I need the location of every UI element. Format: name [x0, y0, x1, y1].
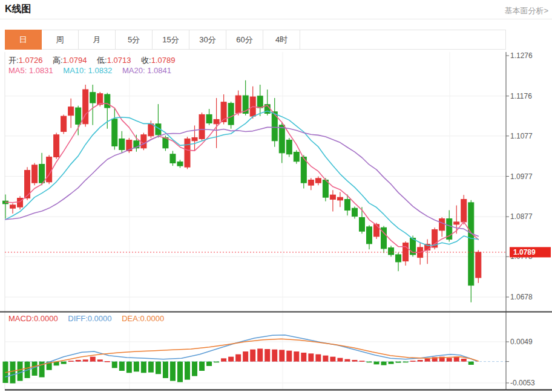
candle [257, 85, 263, 116]
macd-bar [221, 358, 226, 361]
candle [185, 137, 190, 169]
candle [418, 243, 423, 265]
macd-bar [352, 360, 357, 362]
macd-bar [323, 356, 328, 362]
candle [476, 250, 481, 283]
ma20-label: MA20: [122, 66, 145, 75]
macd-bar [315, 354, 321, 362]
low-value: 1.0713 [107, 56, 131, 65]
low-label: 低: [97, 56, 107, 65]
macd-bar [119, 362, 125, 371]
candle [119, 131, 125, 153]
candle [199, 113, 205, 141]
macd-bar [389, 362, 394, 364]
macd-legend: MACD:0.0000 DIFF:0.0000 DEA:0.0000 [8, 314, 172, 323]
candle [468, 200, 474, 302]
candle [90, 85, 96, 125]
candle [10, 203, 16, 214]
candle [359, 207, 364, 234]
y-axis-label: 1.1077 [510, 132, 533, 140]
y-axis-label: 1.0877 [510, 212, 533, 221]
candle [272, 98, 277, 147]
macd-bar [308, 353, 314, 361]
macd-bar [264, 349, 270, 362]
macd-bar [396, 362, 401, 363]
current-price-tag: 1.0789 [510, 247, 551, 257]
macd-bar [272, 350, 277, 362]
candle [454, 206, 459, 234]
y-axis-label: 0.0049 [510, 338, 533, 346]
diff-line [5, 335, 477, 377]
candle [389, 246, 394, 256]
macd-bar [126, 362, 132, 373]
macd-bar [177, 362, 183, 382]
candle [170, 151, 176, 166]
current-price-value: 1.0789 [513, 248, 536, 256]
y-axis: 1.12761.11761.10771.09771.08771.07781.06… [506, 51, 535, 390]
candle [330, 190, 335, 211]
ma10-label: MA10: [63, 66, 86, 75]
candle [3, 195, 8, 219]
macd-bar [425, 359, 430, 362]
macd-bar [337, 358, 343, 362]
macd-bar [367, 362, 372, 363]
candle [112, 108, 117, 149]
candle [294, 150, 299, 164]
macd-bar [294, 351, 299, 362]
macd-bar [330, 357, 335, 362]
macd-bar [447, 358, 452, 362]
diff-value: 0.0000 [88, 314, 112, 323]
macd-bar [374, 362, 380, 365]
macd-bar [134, 362, 139, 372]
candle [286, 138, 292, 157]
macd-bar [228, 357, 234, 362]
macd-bar [192, 362, 197, 376]
macd-bar [279, 350, 284, 361]
candle [250, 87, 255, 119]
macd-bar [199, 362, 205, 371]
y-axis-label: 1.1176 [510, 92, 532, 100]
candle [83, 85, 88, 126]
macd-bar [90, 357, 96, 362]
y-axis-label: 1.1276 [510, 51, 533, 60]
macd-bar [206, 362, 212, 366]
candle [367, 225, 372, 249]
macd-bar [418, 360, 423, 362]
dea-label: DEA: [122, 314, 140, 323]
macd-bar [148, 362, 154, 373]
ma5-value: 1.0831 [29, 66, 53, 75]
macd-bar [170, 362, 176, 381]
macd-bar [410, 361, 416, 362]
macd-label: MACD: [8, 314, 34, 323]
macd-bar [359, 361, 364, 362]
candle [396, 253, 401, 272]
macd-bar [257, 348, 263, 361]
macd-bar [381, 362, 387, 365]
macd-bar [141, 362, 146, 373]
candle [192, 125, 197, 151]
candle [156, 104, 161, 137]
macd-bar [468, 362, 474, 365]
open-label: 开: [8, 56, 19, 65]
ma-legend: MA5: 1.0831 MA10: 1.0832 MA20: 1.0841 [8, 66, 179, 75]
macd-bar [301, 353, 306, 362]
candle [228, 102, 234, 129]
candle [61, 114, 67, 134]
macd-bar [344, 359, 350, 362]
candle [279, 123, 284, 163]
candle [235, 90, 241, 115]
candle [47, 155, 52, 184]
candle [439, 217, 445, 237]
macd-bar [243, 351, 248, 362]
candle [141, 132, 146, 150]
high-label: 高: [53, 56, 63, 65]
candle [315, 177, 321, 186]
y-axis-label: 1.0678 [510, 293, 533, 301]
macd-bar [97, 359, 103, 361]
candle [18, 196, 23, 209]
macd-bar [250, 350, 255, 362]
ma10-value: 1.0832 [88, 66, 113, 75]
candle [177, 160, 183, 168]
macd-bar [163, 362, 168, 378]
candle [461, 195, 467, 224]
